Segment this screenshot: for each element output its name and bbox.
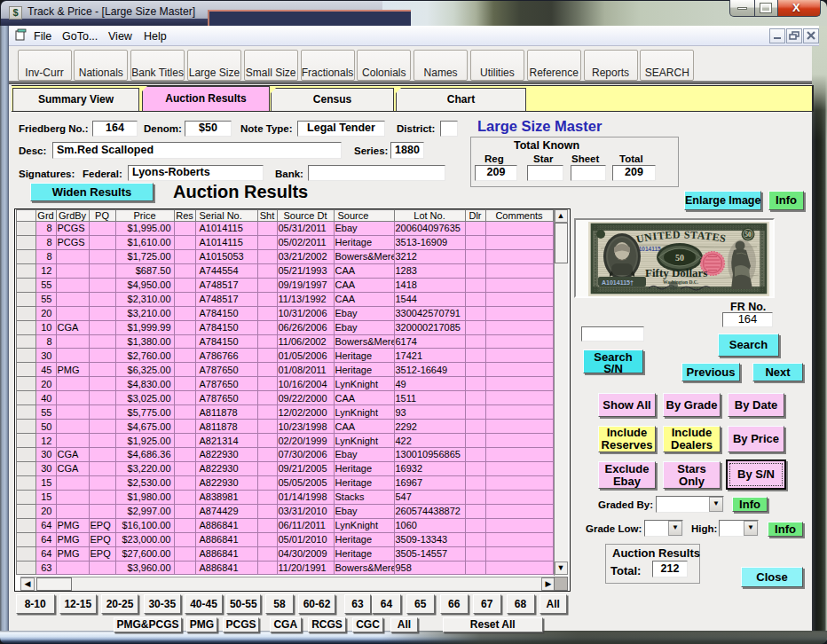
svg-text:Fifty Dollars: Fifty Dollars <box>645 266 707 279</box>
svg-text:50: 50 <box>675 253 684 263</box>
svg-text:50: 50 <box>744 231 752 239</box>
svg-text:A1014115†: A1014115† <box>602 279 634 286</box>
svg-text:Washington D.C.: Washington D.C. <box>663 279 699 285</box>
